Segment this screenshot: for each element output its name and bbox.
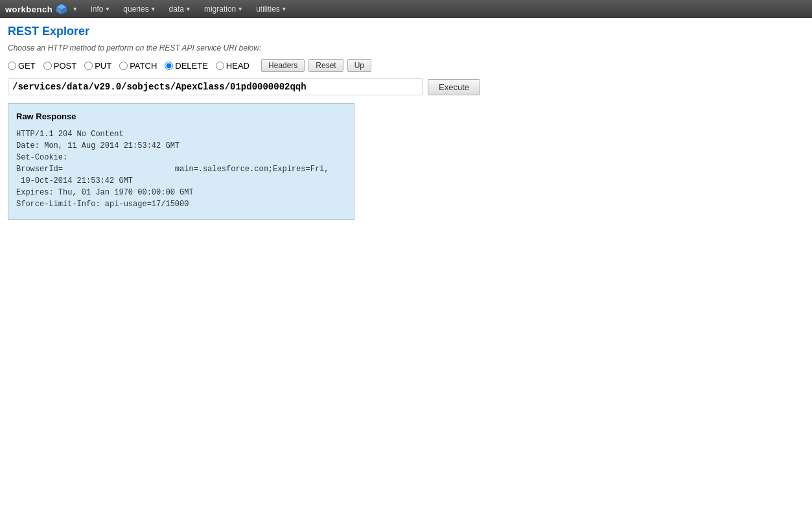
method-delete[interactable]: DELETE — [165, 61, 208, 71]
radio-get[interactable] — [8, 62, 16, 70]
cube-icon — [55, 3, 68, 16]
response-content: HTTP/1.1 204 No Content Date: Mon, 11 Au… — [16, 128, 346, 210]
up-button[interactable]: Up — [347, 59, 371, 72]
navbar: workbench ▼ info ▼ queries ▼ data ▼ migr… — [0, 0, 812, 18]
nav-info[interactable]: info ▼ — [84, 0, 117, 18]
data-arrow: ▼ — [185, 6, 191, 12]
info-arrow: ▼ — [104, 6, 110, 12]
brand-arrow: ▼ — [72, 6, 78, 12]
migration-arrow: ▼ — [237, 6, 243, 12]
headers-button[interactable]: Headers — [261, 59, 305, 72]
radio-patch[interactable] — [119, 62, 128, 70]
method-head[interactable]: HEAD — [216, 61, 249, 71]
method-post[interactable]: POST — [43, 61, 76, 71]
main-content: REST Explorer Choose an HTTP method to p… — [0, 18, 812, 226]
method-row: GET POST PUT PATCH DELETE HEAD Headers R… — [8, 59, 804, 72]
nav-queries[interactable]: queries ▼ — [117, 0, 162, 18]
nav-data[interactable]: data ▼ — [163, 0, 198, 18]
raw-response-title: Raw Response — [16, 110, 346, 123]
page-description: Choose an HTTP method to perform on the … — [8, 43, 804, 53]
page-title: REST Explorer — [8, 25, 804, 38]
radio-post[interactable] — [43, 62, 52, 70]
url-input[interactable] — [8, 78, 423, 95]
url-row: Execute — [8, 78, 804, 95]
radio-head[interactable] — [216, 62, 224, 70]
radio-delete[interactable] — [165, 62, 173, 70]
nav-utilities[interactable]: utilities ▼ — [249, 0, 294, 18]
execute-button[interactable]: Execute — [428, 79, 480, 95]
brand-text: workbench — [5, 5, 52, 14]
method-buttons: Headers Reset Up — [261, 59, 371, 72]
utilities-arrow: ▼ — [281, 6, 287, 12]
queries-arrow: ▼ — [150, 6, 156, 12]
brand[interactable]: workbench ▼ — [5, 3, 78, 16]
raw-response-box: Raw Response HTTP/1.1 204 No Content Dat… — [8, 103, 354, 220]
nav-migration[interactable]: migration ▼ — [198, 0, 249, 18]
radio-put[interactable] — [84, 62, 93, 70]
method-get[interactable]: GET — [8, 61, 36, 71]
method-put[interactable]: PUT — [84, 61, 111, 71]
method-patch[interactable]: PATCH — [119, 61, 157, 71]
reset-button[interactable]: Reset — [308, 59, 343, 72]
